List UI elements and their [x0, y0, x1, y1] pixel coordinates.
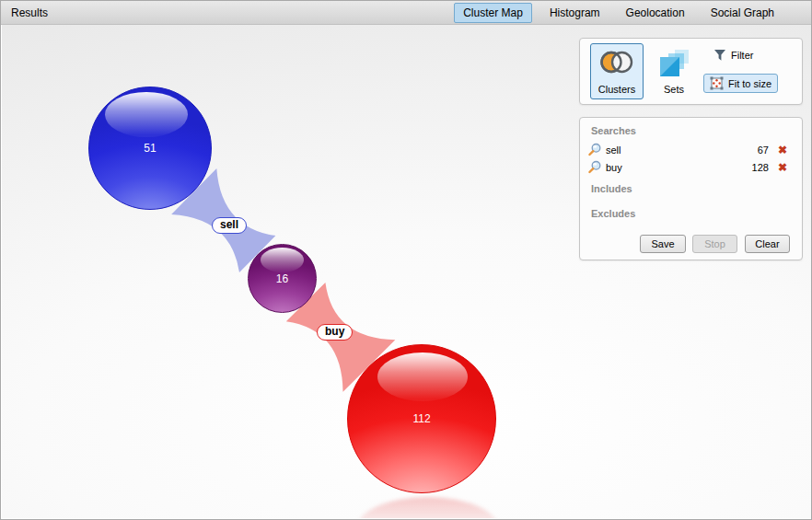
page-title: Results — [11, 6, 48, 19]
sets-button[interactable]: Sets — [651, 43, 697, 99]
cluster-node-count: 51 — [144, 142, 156, 155]
clusters-venn-icon — [599, 50, 634, 75]
save-button[interactable]: Save — [640, 235, 686, 253]
cluster-node-buy[interactable]: 112 — [347, 344, 496, 493]
cluster-node-count: 112 — [412, 412, 430, 425]
cluster-map-canvas: 51 16 112 sell buy Clusters — [2, 25, 811, 518]
tab-social-graph[interactable]: Social Graph — [698, 2, 787, 24]
sets-icon — [658, 50, 690, 77]
fit-to-size-label: Fit to size — [728, 78, 771, 89]
remove-search-icon[interactable]: ✖ — [778, 144, 787, 156]
edge-label-sell: sell — [212, 217, 247, 234]
top-bar: Results Cluster Map Histogram Geolocatio… — [1, 1, 811, 25]
clusters-button-label: Clusters — [598, 84, 635, 95]
clusters-button[interactable]: Clusters — [590, 43, 644, 99]
stop-button[interactable]: Stop — [692, 235, 737, 253]
search-term: sell — [606, 144, 621, 156]
searches-heading: Searches — [591, 125, 636, 136]
includes-heading: Includes — [591, 183, 632, 194]
sphere-highlight — [261, 248, 304, 272]
fit-to-size-icon — [710, 76, 724, 90]
edge-label-buy: buy — [317, 324, 353, 341]
map-toolbar-panel: Clusters Sets — [579, 38, 803, 105]
cluster-node-sell[interactable]: 51 — [88, 87, 212, 210]
cluster-node-intersection[interactable]: 16 — [248, 244, 317, 313]
search-count: 128 — [752, 162, 769, 173]
sphere-highlight — [377, 352, 468, 401]
tab-histogram[interactable]: Histogram — [537, 2, 613, 24]
search-term: buy — [606, 162, 622, 173]
search-icon — [587, 160, 602, 174]
excludes-heading: Excludes — [591, 208, 635, 219]
tab-geolocation[interactable]: Geolocation — [613, 2, 698, 24]
searches-panel: Searches sell 67 ✖ — [579, 117, 803, 260]
view-tabs: Cluster Map Histogram Geolocation Social… — [454, 1, 787, 25]
filter-button[interactable]: Filter — [707, 46, 760, 64]
results-window: Results Cluster Map Histogram Geolocatio… — [0, 0, 812, 520]
search-row-buy: buy 128 ✖ — [580, 158, 802, 176]
clear-button[interactable]: Clear — [745, 235, 790, 253]
filter-funnel-icon — [713, 49, 726, 62]
cluster-node-count: 16 — [276, 272, 288, 285]
fit-to-size-button[interactable]: Fit to size — [703, 74, 778, 93]
search-row-sell: sell 67 ✖ — [580, 141, 802, 158]
search-icon — [587, 143, 602, 156]
tab-cluster-map[interactable]: Cluster Map — [454, 3, 532, 23]
search-count: 67 — [758, 144, 769, 156]
remove-search-icon[interactable]: ✖ — [778, 161, 787, 174]
filter-button-label: Filter — [731, 50, 753, 61]
sphere-highlight — [105, 92, 188, 137]
sets-button-label: Sets — [664, 84, 684, 95]
